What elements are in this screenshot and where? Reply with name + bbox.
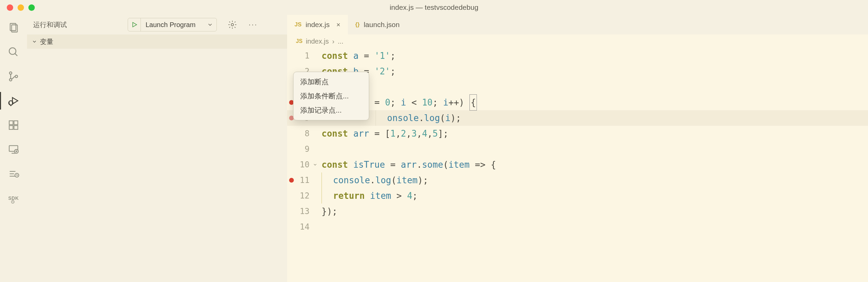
config-name: Launch Program [141, 21, 200, 29]
code-content[interactable]: console.log(item); [319, 172, 428, 188]
file-icon-js: JS [296, 38, 303, 44]
code-content[interactable]: return item > 4; [319, 188, 417, 204]
svg-rect-15 [14, 121, 18, 124]
editor-area: JSindex.js×{}launch.json JS index.js › .… [287, 15, 868, 282]
file-icon-js: JS [295, 21, 302, 28]
variables-section[interactable]: 变量 [27, 34, 287, 49]
breakpoint-gutter[interactable] [287, 204, 296, 219]
context-menu-item[interactable]: 添加记录点... [293, 103, 369, 117]
gutter-context-menu: 添加断点添加条件断点...添加记录点... [293, 72, 369, 120]
close-icon[interactable]: × [334, 21, 340, 29]
explorer-icon[interactable] [7, 21, 20, 34]
debug-title: 运行和调试 [33, 20, 121, 29]
line-number: 13 [296, 204, 311, 219]
remote-icon[interactable] [7, 143, 20, 156]
line-number: 11 [296, 172, 311, 188]
code-line[interactable]: 10const isTrue = arr.some(item => { [287, 157, 868, 172]
breakpoint-icon[interactable] [289, 178, 294, 183]
chevron-down-icon[interactable] [200, 22, 216, 28]
breakpoint-gutter[interactable] [287, 48, 296, 64]
window-title: index.js — testvscodedebug [390, 3, 479, 11]
svg-rect-14 [14, 125, 18, 129]
line-number: 12 [296, 188, 311, 204]
svg-line-11 [9, 104, 10, 105]
context-menu-item[interactable]: 添加条件断点... [293, 89, 369, 103]
code-line[interactable]: 12return item > 4; [287, 188, 868, 204]
chevron-down-icon [32, 39, 37, 44]
svg-rect-12 [9, 121, 13, 124]
svg-line-3 [15, 53, 17, 56]
breadcrumb-sep: › [332, 38, 334, 45]
launch-config-select[interactable]: Launch Program [128, 18, 217, 31]
code-line[interactable]: 9 [287, 141, 868, 157]
code-content[interactable]: const a = '1'; [319, 48, 395, 64]
svg-point-2 [9, 48, 16, 54]
line-number: 8 [296, 126, 311, 141]
minimize-window-button[interactable] [18, 4, 24, 11]
gear-icon[interactable] [228, 20, 237, 29]
code-line[interactable]: 4for(let i = 0; i < 10; i++) { [287, 95, 868, 110]
svg-point-25 [231, 24, 233, 26]
line-number: 14 [296, 219, 311, 235]
code-line[interactable]: 8const arr = [1,2,3,4,5]; [287, 126, 868, 141]
code-editor[interactable]: 添加断点添加条件断点...添加记录点... 1const a = '1';2co… [287, 48, 868, 235]
close-window-button[interactable] [7, 4, 13, 11]
timeline-icon[interactable] [7, 167, 20, 181]
svg-marker-24 [133, 22, 137, 27]
breakpoint-gutter[interactable] [287, 172, 296, 188]
start-debug-button[interactable] [128, 18, 141, 31]
svg-rect-13 [9, 125, 13, 129]
tab-label: index.js [306, 21, 330, 29]
breakpoint-gutter[interactable] [287, 126, 296, 141]
activity-bar: SDK [0, 15, 27, 282]
code-line[interactable]: 1const a = '1'; [287, 48, 868, 64]
more-icon[interactable]: ··· [249, 20, 258, 29]
code-content[interactable]: }); [319, 204, 337, 219]
search-icon[interactable] [7, 45, 20, 59]
tab-label: launch.json [364, 21, 400, 29]
svg-point-4 [9, 72, 12, 74]
breakpoint-gutter[interactable] [287, 188, 296, 204]
svg-point-5 [9, 78, 12, 81]
file-icon-json: {} [355, 21, 360, 28]
svg-point-6 [15, 75, 18, 77]
breadcrumb[interactable]: JS index.js › ... [287, 34, 868, 48]
code-line[interactable]: 13}); [287, 204, 868, 219]
tab-index-js[interactable]: JSindex.js× [287, 15, 348, 34]
debug-header: 运行和调试 Launch Program ··· [27, 15, 287, 34]
fold-icon[interactable] [311, 157, 319, 172]
code-line[interactable]: 3 [287, 79, 868, 95]
line-number: 9 [296, 141, 311, 157]
run-debug-icon[interactable] [7, 94, 20, 108]
editor-tabs: JSindex.js×{}launch.json [287, 15, 868, 34]
source-control-icon[interactable] [7, 70, 20, 83]
window-controls [0, 4, 35, 11]
breadcrumb-file: index.js [306, 38, 329, 45]
code-line[interactable]: 14 [287, 219, 868, 235]
variables-label: 变量 [40, 37, 53, 46]
breakpoint-gutter[interactable] [287, 157, 296, 172]
sdk-icon[interactable]: SDK [7, 191, 20, 205]
code-line[interactable]: 2const b = '2'; [287, 64, 868, 79]
titlebar: index.js — testvscodedebug [0, 0, 868, 15]
breadcrumb-rest: ... [338, 38, 343, 45]
line-number: 1 [296, 48, 311, 64]
breakpoint-gutter[interactable] [287, 141, 296, 157]
maximize-window-button[interactable] [28, 4, 35, 11]
debug-sidebar: 运行和调试 Launch Program ··· 变量 [27, 15, 287, 282]
breakpoint-gutter[interactable] [287, 219, 296, 235]
code-line[interactable]: 11console.log(item); [287, 172, 868, 188]
extensions-icon[interactable] [7, 118, 20, 132]
context-menu-item[interactable]: 添加断点 [293, 75, 369, 89]
code-content[interactable]: const arr = [1,2,3,4,5]; [319, 126, 449, 141]
code-content[interactable]: const isTrue = arr.some(item => { [319, 157, 496, 172]
code-line[interactable]: 5onsole.log(i); [287, 110, 868, 126]
tab-launch-json[interactable]: {}launch.json [348, 15, 407, 34]
line-number: 10 [296, 157, 311, 172]
